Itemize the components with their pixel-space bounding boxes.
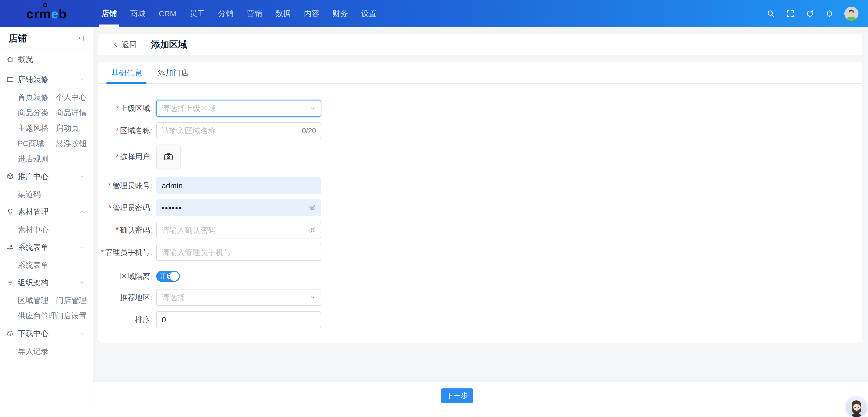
sidebar-header: 店铺 [0, 27, 93, 49]
sidebar-item-overview[interactable]: 概况 [0, 50, 93, 69]
back-button[interactable]: 返回 [121, 39, 137, 50]
chevron-up-icon[interactable] [79, 208, 85, 215]
field-label: *确认密码: [98, 225, 156, 235]
nav-item-data[interactable]: 数据 [269, 0, 297, 27]
back-chevron-icon[interactable] [113, 41, 119, 48]
navbar-right-tools [766, 7, 868, 21]
region-name-input[interactable] [162, 123, 316, 139]
nav-item-store[interactable]: 店铺 [95, 0, 124, 27]
nav-item-crm[interactable]: CRM [152, 0, 183, 27]
tab-add-store[interactable]: 添加门店 [156, 68, 191, 83]
sidebar-section-organization[interactable]: 组织架构 [0, 273, 93, 293]
sidebar-subitem-float-button[interactable]: 悬浮按钮 [56, 136, 93, 151]
chevron-up-icon[interactable] [79, 330, 85, 337]
field-label: *管理员密码: [98, 203, 156, 213]
sidebar-collapse-icon[interactable] [78, 34, 85, 42]
nav-item-distribution[interactable]: 分销 [211, 0, 240, 27]
chevron-up-icon[interactable] [79, 279, 85, 286]
sidebar-subitem-import-records[interactable]: 导入记录 [18, 344, 56, 359]
admin-phone-control [156, 244, 321, 261]
sidebar-subgroup-store-decoration: 首页装修 个人中心 商品分类 商品详情 主题风格 启动页 PC商城 悬浮按钮 进… [0, 89, 93, 166]
nav-item-finance[interactable]: 财务 [326, 0, 354, 27]
chevron-up-icon[interactable] [79, 173, 85, 180]
required-asterisk: * [116, 104, 119, 113]
confirm-password-control [156, 222, 321, 238]
user-avatar[interactable] [844, 7, 859, 21]
sidebar-section-label: 推广中心 [18, 171, 79, 182]
page-title: 添加区域 [151, 38, 187, 51]
sidebar-subitem-store-management[interactable]: 门店管理 [56, 293, 93, 308]
sidebar-subitem-goods-category[interactable]: 商品分类 [18, 105, 56, 120]
tab-basic-info[interactable]: 基础信息 [109, 68, 144, 83]
sidebar-subitem-material-center[interactable]: 素材中心 [18, 222, 56, 237]
main-content: 返回 添加区域 基础信息 添加门店 *上级区域: 请选择上级区域 [93, 27, 868, 417]
nav-item-staff[interactable]: 员工 [183, 0, 211, 27]
sidebar-subitem-splash-page[interactable]: 启动页 [56, 120, 93, 136]
crmeb-logo[interactable]: crmeb [0, 6, 93, 21]
sidebar-subitem-channel-code[interactable]: 渠道码 [18, 187, 56, 202]
eye-off-icon[interactable] [308, 204, 316, 212]
sidebar-subitem-system-form[interactable]: 系统表单 [18, 257, 56, 273]
sort-input[interactable] [162, 312, 316, 328]
sidebar-title: 店铺 [9, 32, 27, 44]
sidebar-subitem-pc-mall[interactable]: PC商城 [18, 136, 56, 151]
chevron-down-icon [309, 105, 316, 112]
sidebar-section-download-center[interactable]: 下载中心 [0, 323, 93, 344]
field-label: *区域名称: [98, 126, 156, 135]
sidebar-section-store-decoration[interactable]: 店铺装修 [0, 69, 93, 89]
select-user-upload-button[interactable] [156, 145, 181, 169]
form-row-admin-phone: *管理员手机号: [98, 244, 862, 261]
header-divider [144, 40, 144, 49]
nav-item-content[interactable]: 内容 [297, 0, 326, 27]
confirm-password-input[interactable] [162, 222, 316, 238]
eye-off-icon[interactable] [308, 226, 316, 234]
admin-password-control [156, 199, 321, 216]
chevron-up-icon[interactable] [79, 244, 85, 251]
sort-control [156, 311, 321, 328]
chevron-down-icon [309, 294, 316, 301]
app-root: crmeb 店铺 商城 CRM 员工 分销 营销 数据 内容 财务 设置 [0, 0, 868, 417]
recommend-area-select[interactable]: 请选择 [156, 289, 321, 306]
nav-item-mall[interactable]: 商城 [124, 0, 152, 27]
nav-item-settings[interactable]: 设置 [354, 0, 383, 27]
sidebar-section-label: 下载中心 [18, 328, 79, 339]
select-placeholder: 请选择上级区域 [162, 103, 216, 114]
next-step-button[interactable]: 下一步 [441, 388, 473, 404]
chevron-up-icon[interactable] [79, 76, 85, 83]
fullscreen-icon[interactable] [786, 9, 795, 18]
sidebar-section-label: 素材管理 [18, 207, 79, 217]
sidebar-section-system-forms[interactable]: 系统表单 [0, 237, 93, 257]
sidebar-subitem-personal-center[interactable]: 个人中心 [56, 89, 93, 105]
sidebar-subitem-theme-style[interactable]: 主题风格 [18, 120, 56, 136]
required-asterisk: * [101, 248, 104, 256]
admin-phone-input[interactable] [162, 244, 316, 260]
sidebar-section-material-management[interactable]: 素材管理 [0, 202, 93, 222]
sidebar-subitem-goods-detail[interactable]: 商品详情 [56, 105, 93, 120]
sidebar-subitem-supplier-management[interactable]: 供应商管理 [18, 308, 56, 323]
admin-account-input[interactable] [162, 178, 316, 194]
sidebar-subitem-entry-rules[interactable]: 进店规则 [18, 151, 56, 166]
assistant-mascot-avatar[interactable] [846, 396, 867, 417]
sidebar-subitem-home-decoration[interactable]: 首页装修 [18, 89, 56, 105]
region-isolation-toggle[interactable]: 开启 [156, 271, 180, 282]
sidebar: 店铺 概况 店铺装修 首页装修 个人中心 [0, 27, 93, 417]
admin-password-input[interactable] [162, 200, 316, 216]
toggle-knob [169, 271, 179, 281]
top-nav-menu: 店铺 商城 CRM 员工 分销 营销 数据 内容 财务 设置 [95, 0, 383, 27]
bottom-action-bar: 下一步 [93, 382, 868, 417]
parent-region-select[interactable]: 请选择上级区域 [156, 100, 321, 117]
sidebar-subitem-store-settings[interactable]: 门店设置 [56, 308, 93, 323]
sidebar-section-promotion-center[interactable]: 推广中心 [0, 166, 93, 187]
sidebar-subgroup-material: 素材中心 [0, 222, 93, 237]
form-card: 基础信息 添加门店 *上级区域: 请选择上级区域 *区域名称: [98, 62, 862, 343]
search-icon[interactable] [766, 9, 775, 18]
refresh-icon[interactable] [805, 9, 814, 18]
notification-bell-icon[interactable] [825, 9, 834, 18]
form-row-region-name: *区域名称: 0/20 [98, 122, 862, 139]
sidebar-menu: 概况 店铺装修 首页装修 个人中心 商品分类 商品详情 主题风格 启动页 PC商… [0, 50, 93, 359]
nav-item-marketing[interactable]: 营销 [240, 0, 269, 27]
sidebar-section-label: 店铺装修 [18, 74, 79, 85]
home-icon [6, 55, 14, 64]
sidebar-subitem-region-management[interactable]: 区域管理 [18, 293, 56, 308]
field-label: *管理员手机号: [98, 248, 156, 257]
